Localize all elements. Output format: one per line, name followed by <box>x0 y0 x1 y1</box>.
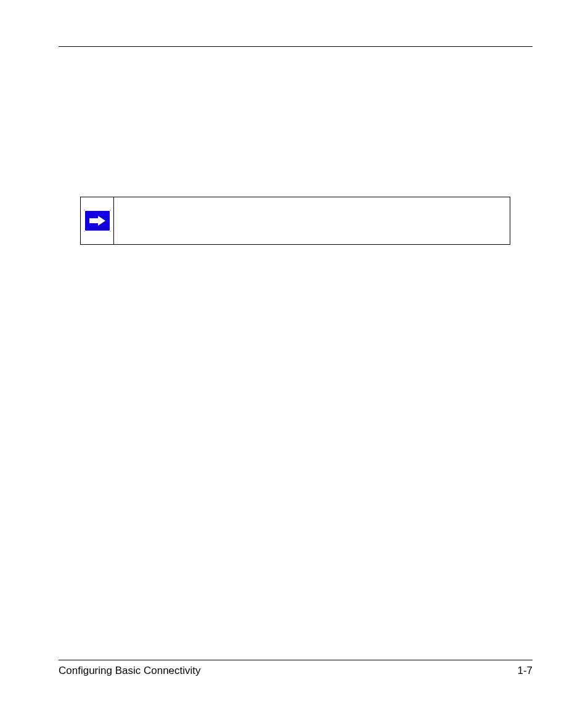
note-text-cell <box>114 197 510 244</box>
note-icon-cell <box>81 197 114 244</box>
footer-page-number: 1-7 <box>517 665 533 677</box>
arrow-svg <box>88 215 107 227</box>
bottom-horizontal-rule <box>59 660 533 660</box>
top-horizontal-rule <box>59 46 533 47</box>
arrow-right-icon <box>84 210 111 232</box>
page-footer: Configuring Basic Connectivity 1-7 <box>59 665 533 677</box>
footer-left-text: Configuring Basic Connectivity <box>59 665 201 677</box>
svg-marker-0 <box>89 216 105 226</box>
document-page: Configuring Basic Connectivity 1-7 <box>0 0 588 706</box>
note-callout-box <box>80 197 510 245</box>
